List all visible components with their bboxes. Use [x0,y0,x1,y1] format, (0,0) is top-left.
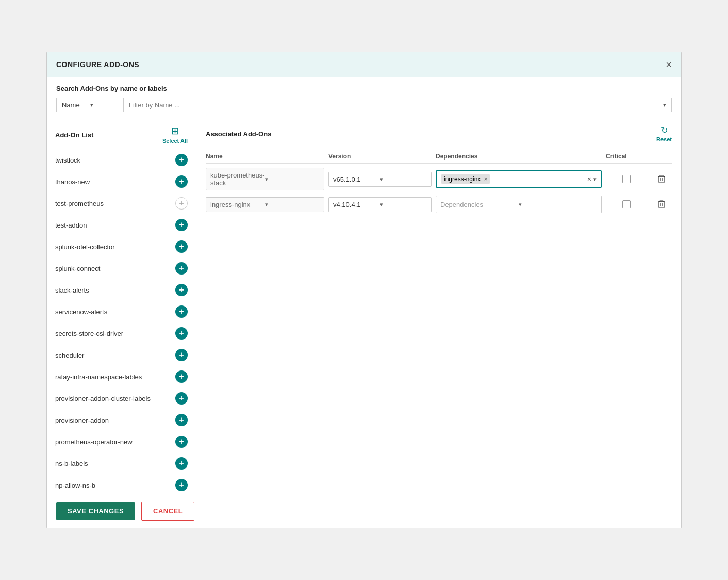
dep-chevron-icon[interactable]: ▾ [593,176,597,183]
associated-panel: Associated Add-Ons ↻ Reset Name Version … [196,118,681,494]
associated-title: Associated Add-Ons [206,130,271,138]
add-addon-button[interactable]: + [175,175,188,188]
list-item[interactable]: thanos-new+ [47,171,196,192]
list-item[interactable]: servicenow-alerts+ [47,301,196,323]
col-version: Version [328,153,432,160]
addon-list-title: Add-On List [55,131,93,139]
trash-icon [658,174,665,183]
add-addon-button[interactable]: + [175,349,188,361]
add-addon-button[interactable]: + [175,457,188,470]
add-addon-button[interactable]: + [175,479,188,491]
row-name-value: ingress-nginx [210,201,265,208]
name-dropdown[interactable]: Name ▾ [56,98,123,112]
addon-item-name: prometheus-operator-new [55,438,133,446]
row-name-select[interactable]: kube-prometheus-stack▾ [206,168,324,190]
list-item[interactable]: rafay-infra-namespace-lables+ [47,366,196,388]
table-row: ingress-nginx▾v4.10.4.1▾Dependencies▾ [206,196,672,213]
addon-list-items: twistlock+thanos-new+test-prometheus+tes… [47,149,196,494]
name-chevron-icon: ▾ [265,201,320,208]
main-content: Add-On List ⊞ Select All twistlock+thano… [47,118,681,494]
list-item[interactable]: provisioner-addon+ [47,409,196,431]
select-all-button[interactable]: ⊞ Select All [162,125,188,144]
dependency-tag: ingress-nginx× [441,174,490,184]
list-item[interactable]: test-prometheus+ [47,192,196,214]
addon-item-name: test-prometheus [55,200,104,207]
name-dropdown-value: Name [62,101,90,109]
list-item[interactable]: ns-b-labels+ [47,453,196,474]
select-all-icon: ⊞ [171,125,179,137]
select-all-label: Select All [162,138,188,144]
trash-icon [658,200,665,208]
addon-list-panel: Add-On List ⊞ Select All twistlock+thano… [47,118,196,494]
list-item[interactable]: provisioner-addon-cluster-labels+ [47,388,196,409]
cancel-button[interactable]: CANCEL [141,502,194,521]
list-item[interactable]: test-addon+ [47,214,196,236]
name-chevron-icon: ▾ [265,176,320,183]
svg-rect-4 [658,202,665,207]
addon-item-name: rafay-infra-namespace-lables [55,373,142,381]
add-addon-button[interactable]: + [175,414,188,426]
delete-row-button[interactable] [658,174,665,184]
modal-footer: SAVE CHANGES CANCEL [47,494,681,528]
col-critical: Critical [606,153,647,160]
list-item[interactable]: np-allow-ns-b+ [47,474,196,494]
search-label: Search Add-Ons by name or labels [56,85,672,92]
version-chevron-icon: ▾ [380,201,427,208]
row-delete-cell [651,200,672,210]
associated-header: Associated Add-Ons ↻ Reset [206,125,672,142]
delete-row-button[interactable] [658,200,665,210]
list-item[interactable]: splunk-otel-collector+ [47,236,196,257]
add-addon-button[interactable]: + [175,154,188,166]
add-addon-button[interactable]: + [175,370,188,383]
addon-item-name: np-allow-ns-b [55,481,95,489]
addon-item-name: thanos-new [55,178,90,186]
filter-input[interactable] [129,101,663,109]
dep-tag-close-icon[interactable]: × [484,175,487,183]
dep-chevron-icon: ▾ [519,201,597,208]
list-item[interactable]: splunk-connect+ [47,257,196,279]
dep-clear-icon[interactable]: × [587,175,591,183]
critical-checkbox[interactable] [622,200,631,208]
table-header: Name Version Dependencies Critical [206,150,672,164]
row-version-select[interactable]: v65.1.0.1▾ [328,172,432,187]
list-item[interactable]: twistlock+ [47,149,196,171]
row-version-select[interactable]: v4.10.4.1▾ [328,197,432,212]
reset-button[interactable]: ↻ Reset [656,125,672,142]
add-addon-button[interactable]: + [175,284,188,296]
addon-item-name: twistlock [55,156,80,164]
add-addon-button[interactable]: + [175,392,188,405]
row-critical-cell [606,175,647,183]
add-addon-button[interactable]: + [175,305,188,318]
configure-addons-modal: CONFIGURE ADD-ONS × Search Add-Ons by na… [46,52,682,528]
critical-checkbox[interactable] [622,175,631,183]
dep-tag-label: ingress-nginx [444,175,481,183]
save-changes-button[interactable]: SAVE CHANGES [56,502,135,520]
addon-item-name: servicenow-alerts [55,308,107,316]
table-row: kube-prometheus-stack▾v65.1.0.1▾ingress-… [206,168,672,190]
dep-placeholder: Dependencies [440,201,519,208]
add-addon-button[interactable]: + [175,240,188,253]
modal-title: CONFIGURE ADD-ONS [56,60,139,69]
filter-input-wrapper: ▾ [123,98,672,112]
add-addon-button[interactable]: + [175,327,188,340]
list-item[interactable]: scheduler+ [47,344,196,366]
addon-item-name: splunk-otel-collector [55,243,115,251]
list-item[interactable]: secrets-store-csi-driver+ [47,323,196,344]
addon-item-name: secrets-store-csi-driver [55,330,123,337]
add-addon-button[interactable]: + [175,436,188,448]
search-row: Name ▾ ▾ [56,98,672,112]
row-dependencies-plain[interactable]: Dependencies▾ [436,196,602,213]
close-button[interactable]: × [666,59,672,70]
addon-list-header: Add-On List ⊞ Select All [47,118,196,149]
addon-item-name: test-addon [55,221,87,229]
add-addon-button[interactable]: + [175,197,188,210]
add-addon-button[interactable]: + [175,262,188,275]
col-actions [651,153,672,160]
search-section: Search Add-Ons by name or labels Name ▾ … [47,77,681,118]
list-item[interactable]: slack-alerts+ [47,279,196,301]
row-dependencies-focused[interactable]: ingress-nginx××▾ [436,170,602,188]
row-name-select[interactable]: ingress-nginx▾ [206,197,324,212]
version-chevron-icon: ▾ [380,176,427,183]
add-addon-button[interactable]: + [175,219,188,231]
list-item[interactable]: prometheus-operator-new+ [47,431,196,453]
